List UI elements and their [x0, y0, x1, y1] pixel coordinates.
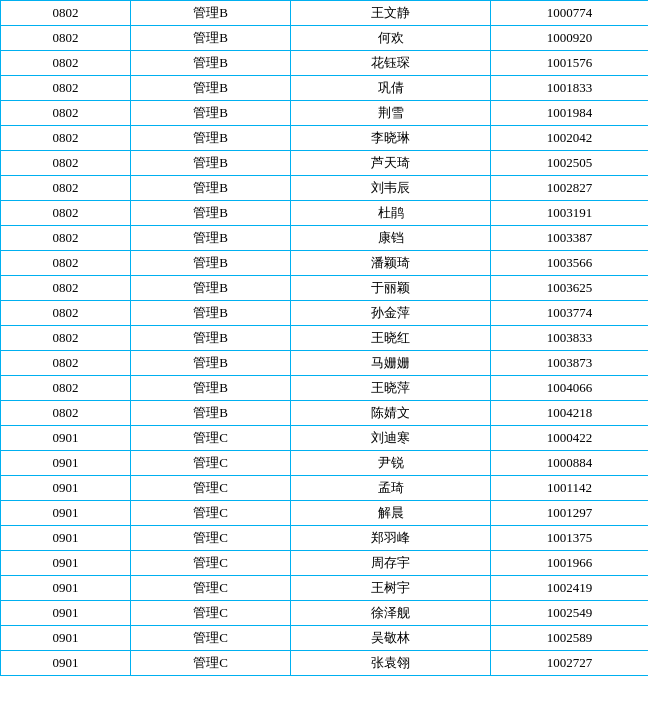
- table-cell: 1000422: [491, 426, 649, 451]
- table-row: 0802管理B何欢1000920: [1, 26, 649, 51]
- table-cell: 1003833: [491, 326, 649, 351]
- table-cell: 0802: [1, 1, 131, 26]
- table-cell: 0802: [1, 76, 131, 101]
- table-cell: 0901: [1, 601, 131, 626]
- table-cell: 管理C: [131, 426, 291, 451]
- table-cell: 1001142: [491, 476, 649, 501]
- table-cell: 0901: [1, 651, 131, 676]
- table-container: 0802管理B王文静10007740802管理B何欢10009200802管理B…: [0, 0, 648, 705]
- table-cell: 王晓萍: [291, 376, 491, 401]
- table-cell: 1001966: [491, 551, 649, 576]
- table-cell: 0802: [1, 351, 131, 376]
- table-row: 0802管理B花钰琛1001576: [1, 51, 649, 76]
- table-cell: 0901: [1, 551, 131, 576]
- table-row: 0802管理B陈婧文1004218: [1, 401, 649, 426]
- table-row: 0901管理C周存宇1001966: [1, 551, 649, 576]
- table-cell: 1002589: [491, 626, 649, 651]
- table-cell: 1001375: [491, 526, 649, 551]
- table-cell: 陈婧文: [291, 401, 491, 426]
- table-cell: 巩倩: [291, 76, 491, 101]
- table-row: 0802管理B马姗姗1003873: [1, 351, 649, 376]
- table-cell: 1002419: [491, 576, 649, 601]
- table-cell: 管理C: [131, 476, 291, 501]
- table-cell: 0802: [1, 151, 131, 176]
- table-cell: 管理B: [131, 226, 291, 251]
- table-cell: 1004218: [491, 401, 649, 426]
- table-cell: 管理B: [131, 301, 291, 326]
- table-cell: 0802: [1, 201, 131, 226]
- table-cell: 1004066: [491, 376, 649, 401]
- table-cell: 康铛: [291, 226, 491, 251]
- table-cell: 1001297: [491, 501, 649, 526]
- table-cell: 管理B: [131, 376, 291, 401]
- table-cell: 何欢: [291, 26, 491, 51]
- table-row: 0802管理B王晓萍1004066: [1, 376, 649, 401]
- table-cell: 花钰琛: [291, 51, 491, 76]
- table-cell: 1003774: [491, 301, 649, 326]
- table-cell: 1000774: [491, 1, 649, 26]
- table-cell: 0802: [1, 401, 131, 426]
- table-cell: 1002042: [491, 126, 649, 151]
- table-cell: 0802: [1, 26, 131, 51]
- table-cell: 1002827: [491, 176, 649, 201]
- table-cell: 0802: [1, 301, 131, 326]
- table-cell: 1001576: [491, 51, 649, 76]
- table-cell: 1003566: [491, 251, 649, 276]
- table-row: 0802管理B芦天琦1002505: [1, 151, 649, 176]
- table-cell: 王树宇: [291, 576, 491, 601]
- table-cell: 张袁翎: [291, 651, 491, 676]
- table-cell: 0802: [1, 251, 131, 276]
- table-cell: 管理C: [131, 526, 291, 551]
- table-row: 0802管理B荆雪1001984: [1, 101, 649, 126]
- table-cell: 1000920: [491, 26, 649, 51]
- table-row: 0901管理C孟琦1001142: [1, 476, 649, 501]
- table-cell: 管理C: [131, 601, 291, 626]
- table-cell: 0901: [1, 451, 131, 476]
- table-row: 0901管理C刘迪寒1000422: [1, 426, 649, 451]
- table-row: 0802管理B杜鹃1003191: [1, 201, 649, 226]
- table-cell: 1003387: [491, 226, 649, 251]
- table-cell: 刘韦辰: [291, 176, 491, 201]
- table-cell: 1001984: [491, 101, 649, 126]
- table-cell: 1002727: [491, 651, 649, 676]
- table-cell: 于丽颖: [291, 276, 491, 301]
- table-row: 0802管理B康铛1003387: [1, 226, 649, 251]
- table-cell: 管理B: [131, 276, 291, 301]
- table-cell: 1002549: [491, 601, 649, 626]
- table-row: 0901管理C吴敬林1002589: [1, 626, 649, 651]
- table-row: 0802管理B孙金萍1003774: [1, 301, 649, 326]
- table-cell: 0901: [1, 476, 131, 501]
- data-table: 0802管理B王文静10007740802管理B何欢10009200802管理B…: [0, 0, 648, 676]
- table-cell: 0802: [1, 226, 131, 251]
- table-cell: 刘迪寒: [291, 426, 491, 451]
- table-cell: 管理B: [131, 126, 291, 151]
- table-row: 0802管理B潘颖琦1003566: [1, 251, 649, 276]
- table-row: 0901管理C王树宇1002419: [1, 576, 649, 601]
- table-cell: 0901: [1, 426, 131, 451]
- table-cell: 管理B: [131, 326, 291, 351]
- table-row: 0901管理C解晨1001297: [1, 501, 649, 526]
- table-cell: 1002505: [491, 151, 649, 176]
- table-cell: 0802: [1, 101, 131, 126]
- table-cell: 0802: [1, 326, 131, 351]
- table-cell: 管理C: [131, 551, 291, 576]
- table-row: 0802管理B李晓琳1002042: [1, 126, 649, 151]
- table-cell: 管理B: [131, 1, 291, 26]
- table-cell: 0802: [1, 376, 131, 401]
- table-row: 0802管理B于丽颖1003625: [1, 276, 649, 301]
- table-cell: 李晓琳: [291, 126, 491, 151]
- table-cell: 管理B: [131, 26, 291, 51]
- table-cell: 管理B: [131, 76, 291, 101]
- table-row: 0802管理B巩倩1001833: [1, 76, 649, 101]
- table-cell: 王文静: [291, 1, 491, 26]
- table-row: 0802管理B王文静1000774: [1, 1, 649, 26]
- table-cell: 马姗姗: [291, 351, 491, 376]
- table-cell: 管理C: [131, 501, 291, 526]
- table-cell: 孟琦: [291, 476, 491, 501]
- table-cell: 管理B: [131, 401, 291, 426]
- table-cell: 0802: [1, 176, 131, 201]
- table-cell: 郑羽峰: [291, 526, 491, 551]
- table-cell: 0802: [1, 276, 131, 301]
- table-cell: 管理B: [131, 151, 291, 176]
- table-cell: 管理B: [131, 201, 291, 226]
